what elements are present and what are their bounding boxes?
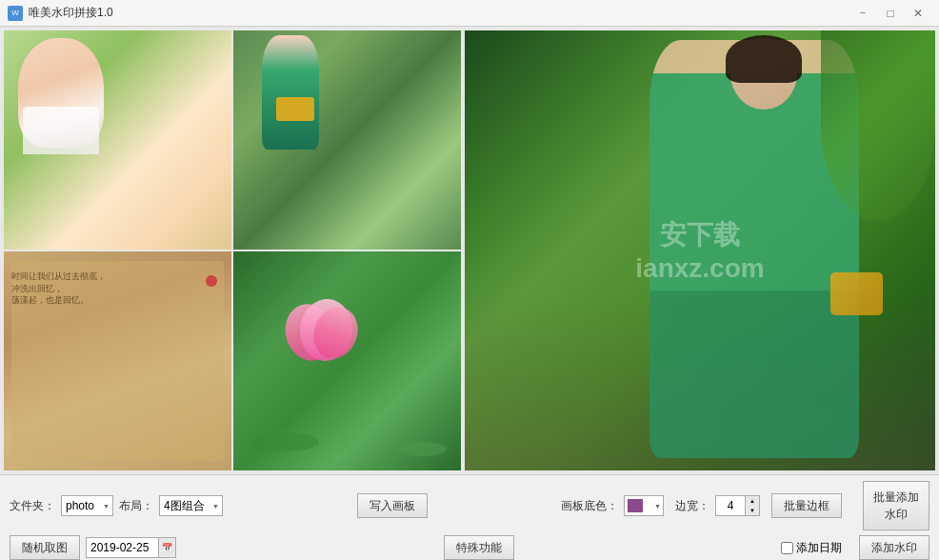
random-pick-button[interactable]: 随机取图	[10, 535, 80, 560]
handwriting: 时间让我们从过去彻底，冲洗出回忆，荡漾起，也是回忆。	[11, 270, 106, 307]
spinner-up-button[interactable]: ▲	[746, 496, 759, 506]
add-watermark-button[interactable]: 添加水印	[859, 535, 929, 560]
app-icon: W	[8, 6, 23, 21]
photo-cell-2[interactable]	[233, 30, 461, 250]
add-date-label: 添加日期	[796, 540, 842, 556]
border-input[interactable]: 4	[716, 496, 745, 515]
photo-cell-3[interactable]: 时间让我们从过去彻底，冲洗出回忆，荡漾起，也是回忆。	[4, 251, 231, 470]
spinner-buttons: ▲ ▼	[745, 496, 759, 515]
date-input[interactable]: 2019-02-25	[87, 538, 158, 557]
layout-select-wrapper[interactable]: 4图组合 2图组合 3图组合 6图组合	[159, 495, 223, 516]
special-func-button[interactable]: 特殊功能	[444, 535, 514, 560]
write-canvas-button[interactable]: 写入画板	[357, 493, 428, 518]
maximize-button[interactable]: □	[877, 4, 904, 23]
folder-label: 文件夹：	[10, 498, 55, 514]
border-spinner[interactable]: 4 ▲ ▼	[715, 495, 760, 516]
titlebar: W 唯美水印拼接1.0 － □ ✕	[0, 0, 939, 27]
app-title: 唯美水印拼接1.0	[29, 5, 849, 21]
folder-select-wrapper[interactable]: photo	[61, 495, 113, 516]
folder-select[interactable]: photo	[62, 496, 112, 515]
color-select[interactable]: ■	[625, 496, 663, 515]
window-controls: － □ ✕	[849, 4, 931, 23]
date-wrapper[interactable]: 2019-02-25 📅	[86, 537, 176, 558]
toolbar-row-1: 文件夹： photo 布局： 4图组合 2图组合 3图组合 6图组合 写入画板 …	[10, 481, 929, 530]
preview-photo: 安下载 ianxz.com	[465, 30, 935, 470]
spinner-down-button[interactable]: ▼	[746, 506, 759, 515]
batch-watermark-label: 批量添加 水印	[873, 489, 919, 523]
canvas-bg-label: 画板底色：	[561, 498, 618, 514]
color-select-wrapper[interactable]: ■ ▼	[624, 495, 664, 516]
main-preview[interactable]: 安下载 ianxz.com	[465, 30, 935, 470]
batch-border-button[interactable]: 批量边框	[771, 493, 842, 518]
bottom-toolbar: 文件夹： photo 布局： 4图组合 2图组合 3图组合 6图组合 写入画板 …	[0, 474, 939, 560]
photo-grid: 时间让我们从过去彻底，冲洗出回忆，荡漾起，也是回忆。	[4, 30, 461, 470]
add-date-checkbox-wrapper[interactable]: 添加日期	[781, 540, 842, 556]
add-date-checkbox[interactable]	[781, 542, 793, 554]
minimize-button[interactable]: －	[849, 4, 876, 23]
layout-label: 布局：	[119, 498, 153, 514]
toolbar-row-2: 随机取图 2019-02-25 📅 特殊功能 添加日期 添加水印	[10, 535, 929, 560]
layout-select[interactable]: 4图组合 2图组合 3图组合 6图组合	[160, 496, 222, 515]
batch-add-watermark-button[interactable]: 批量添加 水印	[863, 481, 929, 530]
close-button[interactable]: ✕	[905, 4, 931, 23]
main-area: 时间让我们从过去彻底，冲洗出回忆，荡漾起，也是回忆。	[0, 27, 939, 474]
border-label: 边宽：	[675, 498, 709, 514]
photo-cell-4[interactable]	[233, 251, 461, 470]
calendar-button[interactable]: 📅	[158, 538, 175, 557]
photo-cell-1[interactable]	[4, 30, 231, 250]
